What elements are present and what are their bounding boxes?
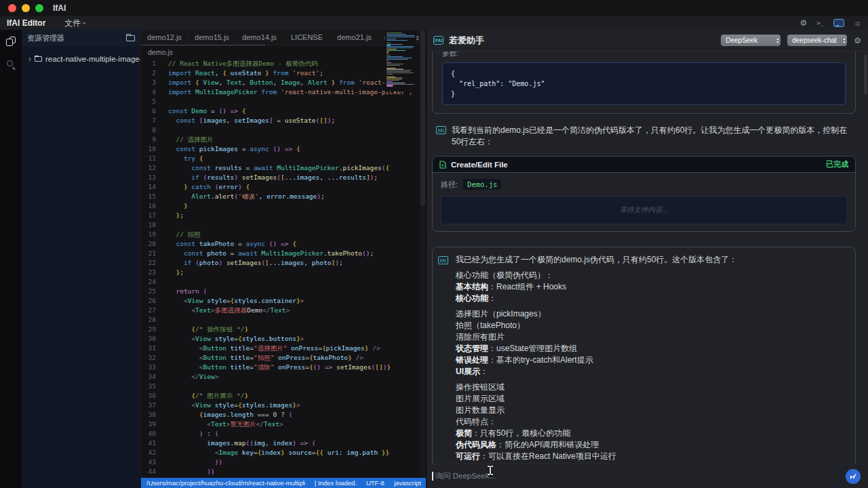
mouse-ibeam-cursor (488, 466, 493, 475)
code-line: 43 )) (141, 458, 426, 467)
code-line: 36 {/* 图片展示 */} (141, 391, 426, 401)
files-icon (6, 37, 16, 46)
assistant-title: 若爱助手 (449, 35, 484, 47)
code-line: 16 } (141, 201, 426, 211)
editor-tab-demo21.js[interactable]: demo21.js (331, 30, 378, 45)
search-icon-button[interactable] (0, 53, 22, 76)
code-line: 7 const [images, setImages] = useState([… (141, 116, 426, 125)
code-line: 17 }; (141, 211, 426, 220)
code-line: 19 // 拍照 (141, 230, 426, 239)
code-line: 41 images.map((img, index) => ( (141, 439, 426, 448)
code-line: 3import { View, Text, Button, Image, Ale… (141, 78, 426, 87)
code-line: 1// React Native多图选择器Demo - 极简伪代码 (141, 59, 426, 68)
select-arrows-icon: ▴▾ (843, 37, 845, 43)
zoom-window-button[interactable] (35, 4, 43, 12)
tab-scroll-indicator (141, 45, 265, 45)
code-line: 37 <View style={styles.images}> (141, 401, 426, 410)
theme-sun-icon[interactable]: ☼ (854, 19, 861, 27)
tool-card-header: Create/Edit File 已完成 (433, 157, 855, 173)
answer-line: 错误处理：基本的try-catch和Alert提示 (456, 354, 846, 366)
assistant-header: ifAI 若爱助手 DeepSeek ▴▾ deepseek-chat ▴▾ ⚙ (427, 30, 868, 52)
editor-tab-LICENSE[interactable]: LICENSE (283, 30, 331, 45)
code-line: 11 try { (141, 154, 426, 163)
editor-scrollbar[interactable] (420, 30, 426, 478)
folder-icon (35, 56, 42, 62)
code-line: 21 const photo = await MultiImagePicker.… (141, 249, 426, 258)
tool-args-card: 参数: { "rel_path": "Demo.js" } (432, 52, 856, 114)
waiting-text: 等待文件内容... (620, 205, 669, 215)
code-line: 31 <Button title="选择图片" onPress={pickIma… (141, 344, 426, 353)
paper-plane-icon (850, 472, 857, 480)
explorer-files-icon[interactable] (0, 30, 22, 53)
minimize-window-button[interactable] (22, 4, 30, 12)
code-line: 9 // 选择图片 (141, 135, 426, 144)
tree-item-project-folder[interactable]: › react-native-multiple-image-... (22, 52, 140, 66)
assistant-panel: ifAI 若爱助手 DeepSeek ▴▾ deepseek-chat ▴▾ ⚙… (426, 30, 868, 488)
code-line: 15 Alert.alert('错误', error.message); (141, 192, 426, 201)
status-file-path[interactable]: /Users/mac/project/huazhu-cloud/rn/react… (146, 479, 305, 487)
editor-tab-demo12.js[interactable]: demo12.js (141, 30, 189, 45)
answer-line: 图片展示区域 (456, 393, 846, 405)
code-line: 6const Demo = () => { (141, 106, 426, 116)
tool-status-badge: 已完成 (826, 159, 848, 169)
chevron-down-icon: › (81, 22, 89, 24)
code-editor-panel: demo12.jsdemo15.jsdemo14.jsLICENSEdemo21… (140, 30, 426, 488)
chat-scrollbar[interactable] (864, 54, 867, 95)
answer-line: 伪代码风格：简化的API调用和错误处理 (456, 439, 846, 451)
app-menu-label: IfAI Editor (7, 18, 45, 28)
file-content-placeholder-box: 等待文件内容... (441, 196, 847, 224)
chat-panel-icon[interactable] (833, 19, 844, 27)
assistant-answer-card: ifAI 我已经为您生成了一个极简的demo.js伪代码，只有约50行。这个版本… (432, 247, 856, 464)
file-menu[interactable]: 文件 › (64, 18, 86, 29)
code-line: 22 if (photo) setImages([...images, phot… (141, 258, 426, 268)
code-line: 32 <Button title="拍照" onPress={takePhoto… (141, 353, 426, 363)
tool-card-body: 路径: Demo.js 等待文件内容... (433, 173, 855, 231)
status-bar: /Users/mac/project/huazhu-cloud/rn/react… (141, 478, 427, 488)
assistant-message: ifAI 我看到当前的demo.js已经是一个简洁的伪代码版本了，只有约60行。… (432, 125, 856, 148)
chat-input-placeholder: 询问 DeepSeek... (435, 471, 496, 481)
code-line: 23 }; (141, 268, 426, 277)
answer-line: 状态管理：useState管理图片数组 (456, 343, 846, 354)
text-caret (432, 472, 433, 481)
status-encoding[interactable]: UTF-8 (366, 479, 384, 487)
code-line: 10 const pickImages = async () => { (141, 144, 426, 154)
code-line: 34 </View> (141, 372, 426, 382)
path-value-chip: Demo.js (463, 179, 501, 190)
send-button[interactable] (846, 469, 861, 484)
title-bar: IfAI (0, 0, 868, 16)
code-line: 25 return ( (141, 287, 426, 296)
code-line: 30 <View style={styles.buttons}> (141, 334, 426, 344)
editor-tab-demo14.js[interactable]: demo14.js (236, 30, 283, 45)
code-line: 4import MultiImagePicker from 'react-nat… (141, 87, 426, 97)
answer-line: 图片数量显示 (456, 405, 846, 416)
status-language[interactable]: javascript (394, 479, 421, 487)
code-line: 33 <Button title="清除" onPress={() => set… (141, 363, 426, 372)
code-line: 24 (141, 277, 426, 287)
status-index: | Index loaded. (315, 479, 357, 487)
new-folder-icon[interactable] (126, 35, 135, 41)
assistant-settings-gear-icon[interactable]: ⚙ (854, 36, 861, 45)
breadcrumb[interactable]: demo.js (141, 45, 426, 59)
minimap[interactable] (385, 31, 416, 92)
close-window-button[interactable] (8, 4, 16, 12)
code-line: 29 {/* 操作按钮 */} (141, 325, 426, 334)
breadcrumb-file: demo.js (148, 48, 173, 56)
code-line: 28 (141, 315, 426, 325)
code-line: 18 (141, 220, 426, 230)
sidebar-explorer: 资源管理器 › react-native-multiple-image-... (22, 30, 140, 488)
terminal-icon[interactable]: >_ (816, 20, 824, 26)
answer-line: 清除所有图片 (456, 331, 846, 343)
assistant-message-text: 我看到当前的demo.js已经是一个简洁的伪代码版本了，只有约60行。让我为您生… (452, 125, 856, 148)
code-area[interactable]: 1// React Native多图选择器Demo - 极简伪代码2import… (141, 59, 426, 478)
provider-select[interactable]: DeepSeek ▴▾ (721, 35, 781, 46)
assistant-avatar-icon: ifAI (436, 126, 446, 134)
chat-messages: 参数: { "rel_path": "Demo.js" } ifAI 我看到当前… (427, 52, 868, 464)
code-line: 39 <Text>暂无图片</Text> (141, 420, 426, 429)
settings-gear-icon[interactable]: ⚙ (800, 19, 807, 27)
editor-tab-demo15.js[interactable]: demo15.js (189, 30, 236, 45)
model-select[interactable]: deepseek-chat ▴▾ (787, 35, 847, 46)
file-menu-label: 文件 (64, 18, 81, 29)
args-label: 参数: (442, 52, 846, 58)
code-line: 20 const takePhoto = async () => { (141, 239, 426, 249)
window-title: IfAI (53, 3, 66, 13)
